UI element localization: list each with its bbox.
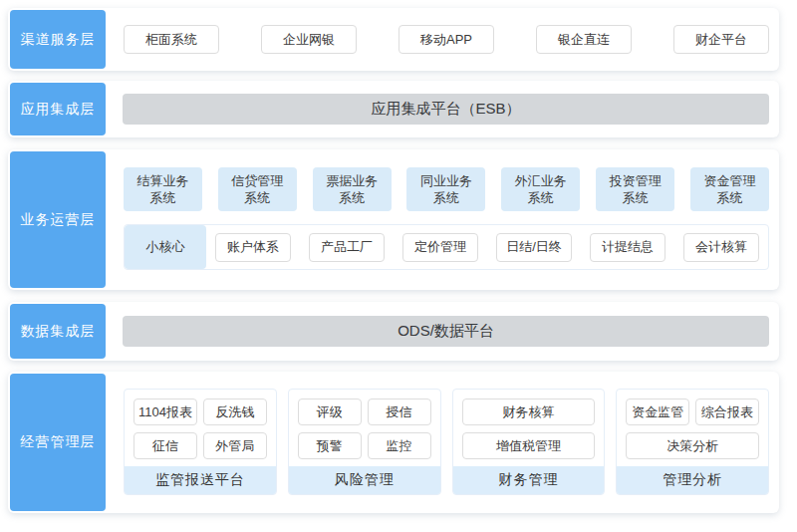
business-systems-row: 结算业务 系统 信贷管理 系统 票据业务 系统 同业业务 系统 外汇业务 系 [124, 167, 769, 211]
group-box-vat-management: 增值税管理 [462, 432, 596, 459]
layer-label-management: 经营管理层 [10, 374, 106, 511]
channel-items-row: 柜面系统 企业网银 移动APP 银企直连 财企平台 [124, 8, 769, 71]
group-risk-management: 评级 授信 预警 监控 风险管理 [288, 389, 441, 495]
group-box-comprehensive-report: 综合报表 [695, 399, 759, 425]
layer-label-channel-service: 渠道服务层 [10, 10, 106, 69]
system-box-investment: 投资管理 系统 [596, 167, 674, 211]
channel-box-bank-enterprise-link: 银企直连 [536, 25, 632, 54]
layer-data-integration: 数据集成层 ODS/数据平台 [8, 302, 779, 361]
layer-label-data-integration: 数据集成层 [10, 304, 106, 359]
group-regulatory-reporting: 1104报表 反洗钱 征信 外管局 监管报送平台 [124, 389, 277, 495]
layer-channel-service: 渠道服务层 柜面系统 企业网银 移动APP 银企直连 财企平台 [8, 8, 779, 71]
layer-label-business-operations: 业务运营层 [10, 151, 106, 288]
system-box-interbank: 同业业务 系统 [406, 167, 485, 211]
esb-platform-bar: 应用集成平台（ESB） [123, 94, 769, 125]
channel-box-mobile-app: 移动APP [398, 25, 494, 54]
group-box-safe-bureau: 外管局 [203, 432, 267, 459]
core-box-day-end: 日结/日终 [496, 233, 572, 262]
channel-box-corporate-ebank: 企业网银 [261, 25, 357, 54]
system-box-credit: 信贷管理 系统 [218, 167, 297, 211]
group-box-financial-accounting: 财务核算 [462, 399, 596, 425]
core-box-product-factory: 产品工厂 [309, 233, 385, 262]
layer-app-integration: 应用集成层 应用集成平台（ESB） [8, 81, 779, 137]
group-box-rating: 评级 [298, 399, 362, 425]
ods-platform-bar: ODS/数据平台 [123, 316, 769, 347]
layer-business-operations: 业务运营层 结算业务 系统 信贷管理 系统 票据业务 系统 同业业务 系统 [8, 149, 779, 290]
group-box-monitoring: 监控 [368, 432, 431, 459]
group-management-analysis: 资金监管 综合报表 决策分析 管理分析 [616, 389, 769, 495]
layer-label-app-integration: 应用集成层 [10, 83, 106, 135]
group-financial-management: 财务核算 增值税管理 财务管理 [452, 389, 606, 495]
system-box-settlement: 结算业务 系统 [124, 167, 202, 211]
core-box-accrual-interest: 计提结息 [590, 233, 665, 262]
mini-core-highlight-box: 小核心 [125, 225, 206, 269]
group-footer-risk-management: 风险管理 [289, 466, 440, 494]
group-footer-financial-management: 财务管理 [453, 466, 605, 494]
core-box-pricing-management: 定价管理 [402, 233, 478, 262]
mini-core-container: 小核心 账户体系 产品工厂 定价管理 日结/日终 计提结息 会计核算 [124, 224, 769, 270]
group-footer-management-analysis: 管理分析 [617, 466, 768, 494]
group-box-credit-reference: 征信 [133, 432, 197, 459]
channel-box-finance-enterprise-platform: 财企平台 [673, 25, 769, 54]
system-box-bills: 票据业务 系统 [313, 167, 392, 211]
group-box-decision-analysis: 决策分析 [626, 432, 759, 459]
group-box-fund-supervision: 资金监管 [626, 399, 689, 425]
group-footer-regulatory-reporting: 监管报送平台 [125, 466, 276, 494]
system-box-forex: 外汇业务 系统 [501, 167, 580, 211]
architecture-diagram: 渠道服务层 柜面系统 企业网银 移动APP 银企直连 财企平台 应用集成层 应用… [0, 0, 797, 532]
core-box-accounting: 会计核算 [683, 233, 759, 262]
group-box-credit-granting: 授信 [368, 399, 431, 425]
group-box-1104-report: 1104报表 [133, 399, 197, 425]
layer-management: 经营管理层 1104报表 反洗钱 征信 外管局 监管报送平台 [8, 372, 779, 513]
group-box-early-warning: 预警 [298, 432, 362, 459]
group-box-anti-money-laundering: 反洗钱 [203, 399, 267, 425]
core-box-account-system: 账户体系 [215, 233, 291, 262]
channel-box-counter-system: 柜面系统 [124, 25, 219, 54]
system-box-treasury: 资金管理 系统 [690, 167, 769, 211]
